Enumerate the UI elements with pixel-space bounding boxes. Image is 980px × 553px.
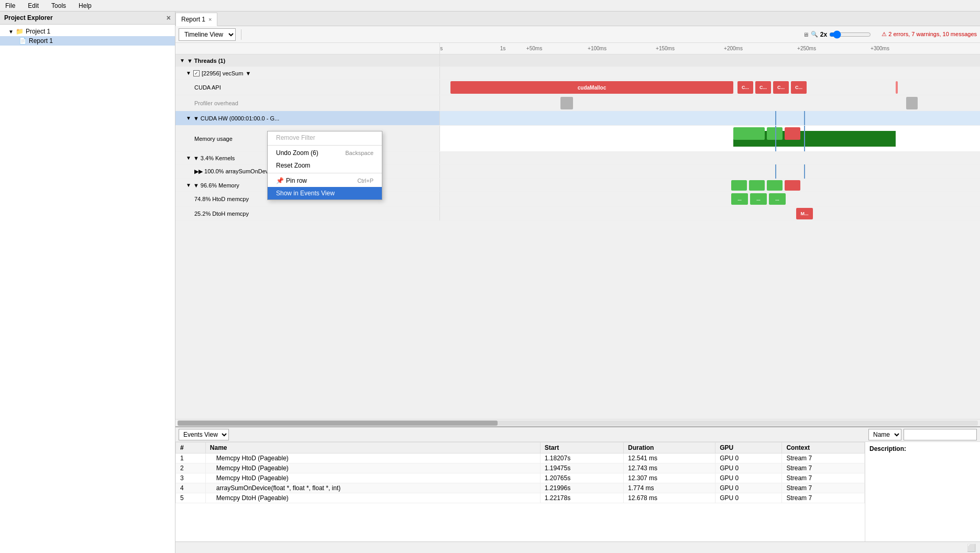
row-threads-content (440, 54, 980, 67)
bottom-toolbar: Events View Name (175, 427, 980, 442)
row-profiler-content (440, 95, 980, 110)
description-label: Description: (869, 445, 906, 452)
cell-duration: 12.743 ms (624, 463, 715, 473)
ruler-right: 0s 1s +50ms +100ms +150ms +200ms +250ms … (440, 43, 980, 54)
main-layout: Project Explorer × ▼ 📁 Project 1 📄 Repor… (0, 12, 980, 553)
col-num[interactable]: # (176, 443, 206, 454)
col-start[interactable]: Start (540, 443, 623, 454)
row-dtoh-label[interactable]: 25.2% DtoH memcpy (175, 206, 440, 220)
bar-htod-3[interactable]: ... (769, 193, 786, 205)
menu-file[interactable]: File (2, 1, 18, 10)
row-profiler-label[interactable]: Profiler overhead (175, 95, 440, 110)
pe-report1[interactable]: 📄 Report 1 (0, 36, 175, 46)
menu-edit[interactable]: Edit (25, 1, 42, 10)
ruler-mark-50ms: +50ms (526, 46, 542, 51)
cm-pin-row-shortcut: Ctrl+P (357, 178, 373, 184)
cell-num: 1 (176, 454, 206, 463)
cm-pin-row-content: 📌 Pin row (276, 177, 307, 184)
cell-duration: 12.307 ms (624, 473, 715, 483)
cm-undo-zoom[interactable]: Undo Zoom (6) Backspace (268, 147, 382, 159)
row-cuda-api-label[interactable]: CUDA API (175, 80, 440, 95)
pe-project1[interactable]: ▼ 📁 Project 1 (0, 27, 175, 36)
row-cuda-hw: ▼ ▼ CUDA HW (0000:01:00.0 - G... (175, 111, 980, 126)
cm-pin-row[interactable]: 📌 Pin row Ctrl+P (268, 174, 382, 187)
bar-profiler-2 (906, 97, 918, 109)
col-gpu[interactable]: GPU (715, 443, 782, 454)
row-arraysum-content (440, 164, 980, 179)
filter-input[interactable] (904, 429, 977, 440)
bar-mem-g2[interactable] (767, 127, 783, 140)
bar-msec-g3[interactable] (767, 180, 783, 191)
col-context[interactable]: Context (782, 443, 865, 454)
cm-pin-row-label: Pin row (286, 177, 307, 184)
bar-htod-2[interactable]: ... (750, 193, 767, 205)
vecsm-dropdown-icon[interactable]: ▼ (245, 70, 251, 76)
zoom-slider[interactable] (829, 30, 871, 39)
bar-msec-r1[interactable] (785, 180, 800, 191)
bar-c2[interactable]: C... (755, 81, 771, 94)
row-dtoh: 25.2% DtoH memcpy M... (175, 206, 980, 221)
bar-c3[interactable]: C... (773, 81, 789, 94)
errors-link[interactable]: ⚠ 2 errors, 7 warnings, 10 messages (882, 31, 977, 38)
bar-cudamalloc[interactable]: cudaMalloc (450, 81, 733, 94)
table-row[interactable]: 5 Memcpy DtoH (Pageable) 1.22178s 12.678… (176, 493, 865, 503)
arraysum-marker-1 (775, 164, 776, 179)
col-duration[interactable]: Duration (624, 443, 715, 454)
cell-context: Stream 7 (782, 483, 865, 493)
cell-num: 3 (176, 473, 206, 483)
table-row[interactable]: 1 Memcpy HtoD (Pageable) 1.18207s 12.541… (176, 454, 865, 463)
cell-gpu: GPU 0 (715, 463, 782, 473)
monitor-icon: 🖥 (803, 31, 809, 38)
menu-help[interactable]: Help (75, 1, 95, 10)
table-row[interactable]: 3 Memcpy HtoD (Pageable) 1.20765s 12.307… (176, 473, 865, 483)
row-threads-label[interactable]: ▼ ▼ Threads (1) (175, 54, 440, 67)
cm-show-events[interactable]: Show in Events View (268, 187, 382, 200)
ruler-mark-300ms: +300ms (871, 46, 889, 51)
row-vecsm: ▼ [22956] vecSum ▼ (175, 67, 980, 80)
bar-mem-g1[interactable] (733, 127, 765, 140)
cell-start: 1.21996s (540, 483, 623, 493)
bar-dtoh-m[interactable]: M... (796, 208, 813, 219)
vecsm-checkbox[interactable] (193, 70, 200, 76)
pe-title: Project Explorer (4, 14, 53, 21)
h-scrollbar[interactable] (175, 419, 980, 426)
events-data-table: # Name Start Duration GPU Context 1 Memc… (175, 442, 865, 503)
col-name[interactable]: Name (205, 443, 540, 454)
table-row[interactable]: 4 arraySumOnDevice(float *, float *, flo… (176, 483, 865, 493)
cell-gpu: GPU 0 (715, 454, 782, 463)
bar-mem-r1[interactable] (785, 127, 800, 140)
cm-reset-zoom[interactable]: Reset Zoom (268, 159, 382, 172)
cell-start: 1.22178s (540, 493, 623, 503)
cell-name: arraySumOnDevice(float *, float *, float… (205, 483, 540, 493)
bar-msec-g1[interactable] (731, 180, 747, 191)
tab-report1[interactable]: Report 1 × (175, 13, 217, 26)
vecsm-cb: [22956] vecSum ▼ (193, 70, 251, 76)
filter-name-selector[interactable]: Name (868, 429, 901, 440)
bar-c4[interactable]: C... (791, 81, 807, 94)
report-icon: 📄 (19, 37, 27, 45)
bar-msec-g2[interactable] (749, 180, 765, 191)
kernels-label-text: ▼ 3.4% Kernels (193, 155, 235, 161)
row-cuda-hw-label[interactable]: ▼ ▼ CUDA HW (0000:01:00.0 - G... (175, 111, 440, 125)
bar-c1[interactable]: C... (737, 81, 753, 94)
toolbar: Timeline View 🖥 🔍 2x ⚠ 2 errors, 7 warni… (175, 26, 980, 43)
menu-tools[interactable]: Tools (48, 1, 69, 10)
table-row[interactable]: 2 Memcpy HtoD (Pageable) 1.19475s 12.743… (176, 463, 865, 473)
cm-remove-filter[interactable]: Remove Filter (268, 131, 382, 144)
cell-context: Stream 7 (782, 454, 865, 463)
h-scrollbar-thumb[interactable] (178, 421, 498, 426)
pe-close-button[interactable]: × (167, 14, 171, 22)
cm-sep1 (268, 145, 382, 146)
view-selector[interactable]: Timeline View (179, 28, 236, 41)
timeline-ruler: 0s 1s +50ms +100ms +150ms +200ms +250ms … (175, 43, 980, 54)
cell-start: 1.18207s (540, 454, 623, 463)
pin-icon: 📌 (276, 177, 284, 184)
pe-report1-label: Report 1 (29, 37, 53, 45)
events-view-selector[interactable]: Events View (179, 429, 229, 440)
cell-context: Stream 7 (782, 463, 865, 473)
row-vecsm-label[interactable]: ▼ [22956] vecSum ▼ (175, 67, 440, 79)
ruler-mark-100ms: +100ms (588, 46, 607, 51)
bar-htod-1[interactable]: ... (731, 193, 748, 205)
row-dtoh-content: M... (440, 206, 980, 220)
tab-close-button[interactable]: × (208, 16, 212, 23)
